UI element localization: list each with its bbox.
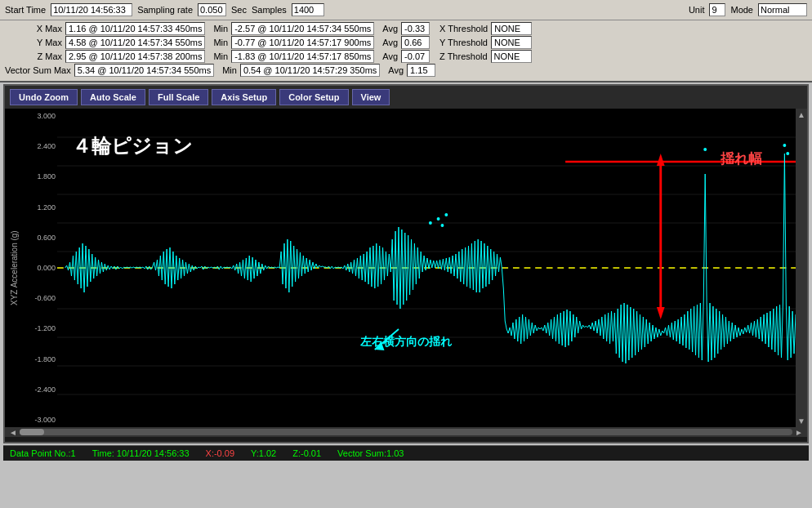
y-avg-label: Avg [382,38,398,47]
y-axis-label: XYZ Acceleration (g) [5,109,23,427]
h-scrollbar: ◄ ► [5,427,807,437]
y-max-label: Y Max [5,38,62,47]
sampling-rate-label: Sampling rate [137,5,193,15]
y-tick-10: -3.000 [23,416,57,424]
z-max-value: 2.95 @ 10/11/20 14:57:38 200ms [65,50,205,63]
unit-value[interactable] [709,3,725,16]
z-threshold-value: NONE [491,50,532,63]
z-min-label: Min [213,51,228,61]
z-avg-value: -0.07 [401,50,430,63]
z-avg-label: Avg [382,51,398,61]
full-scale-button[interactable]: Full Scale [149,89,208,105]
y-status-value: Y:1.02 [251,448,276,458]
start-time-label: Start Time [5,5,46,15]
y-tick-1: 2.400 [23,142,57,150]
x-min-value: -2.57 @ 10/11/20 14:57:34 550ms [231,22,374,35]
z-max-label: Z Max [5,51,62,61]
vs-avg-value: 1.15 [407,64,435,77]
y-tick-9: -2.400 [23,385,57,394]
v-scrollbar: ▲ ▼ [796,109,807,427]
sampling-rate-value[interactable] [198,3,226,16]
chart-inner[interactable]: 3.000 2.400 1.800 1.200 0.600 0.000 -0.6… [23,109,807,427]
scroll-left-arrow[interactable]: ◄ [7,428,20,437]
vector-sum-status: Vector Sum:1.03 [337,448,404,458]
y-avg-value: 0.66 [401,36,430,49]
z-status-value: Z:-0.01 [292,448,321,458]
y-tick-4: 0.600 [23,234,57,242]
mode-value[interactable] [758,3,807,16]
svg-point-17 [444,213,448,216]
chart-title-japanese: ４輪ピジョン [72,133,193,159]
scrollbar-thumb[interactable] [20,429,44,435]
vs-stats-row: Vector Sum Max 5.34 @ 10/11/20 14:57:34 … [5,64,807,77]
y-tick-6: -0.600 [23,294,57,302]
vs-min-label: Min [222,65,237,75]
svg-point-14 [429,221,432,225]
start-time-value[interactable] [51,3,132,16]
svg-point-18 [703,148,707,151]
svg-point-19 [783,144,786,147]
auto-scale-button[interactable]: Auto Scale [81,89,145,105]
y-tick-3: 1.200 [23,203,57,212]
y-max-value: 4.58 @ 10/11/20 14:57:34 550ms [65,36,205,49]
z-min-value: -1.83 @ 10/11/20 14:57:17 850ms [231,50,374,63]
y-min-value: -0.77 @ 10/11/20 14:57:17 900ms [231,36,374,49]
x-max-value: 1.16 @ 10/11/20 14:57:33 450ms [65,22,205,35]
y-min-label: Min [213,38,228,47]
axis-setup-button[interactable]: Axis Setup [212,89,276,105]
scrollbar-track[interactable] [20,429,792,435]
x-threshold-label: X Threshold [439,24,488,33]
data-point-label: Data Point No.:1 [10,448,76,458]
x-max-label: X Max [5,24,62,33]
time-label: Time: 10/11/20 14:56:33 [92,448,190,458]
y-stats-row: Y Max 4.58 @ 10/11/20 14:57:34 550ms Min… [5,36,807,49]
y-tick-5: 0.000 [23,264,57,272]
stats-area: X Max 1.16 @ 10/11/20 14:57:33 450ms Min… [0,20,812,82]
x-min-label: Min [213,24,228,33]
y-threshold-label: Y Threshold [439,38,488,47]
samples-label: Samples [252,5,287,15]
z-threshold-label: Z Threshold [439,51,488,61]
scroll-down-arrow[interactable]: ▼ [796,415,807,427]
vs-avg-label: Avg [388,65,404,75]
sec-label: Sec [231,5,247,15]
svg-point-20 [786,152,789,155]
top-info-bar: Start Time Sampling rate Sec Samples Uni… [0,0,812,20]
x-status-value: X:-0.09 [206,448,234,458]
undo-zoom-button[interactable]: Undo Zoom [10,89,78,105]
status-bar: Data Point No.:1 Time: 10/11/20 14:56:33… [3,445,809,461]
chart-plot: XYZ Acceleration (g) 3.000 2.400 1.800 1… [5,109,807,427]
unit-label: Unit [689,5,705,15]
vs-min-value: 0.54 @ 10/11/20 14:57:29 350ms [240,64,380,77]
x-avg-label: Avg [382,24,398,33]
svg-marker-12 [657,154,665,166]
y-tick-2: 1.800 [23,172,57,180]
y-tick-8: -1.800 [23,355,57,363]
scroll-right-arrow[interactable]: ► [792,428,805,437]
x-threshold-value: NONE [491,22,532,35]
color-setup-button[interactable]: Color Setup [279,89,348,105]
svg-marker-13 [657,307,665,319]
y-tick-0: 3.000 [23,112,57,120]
z-stats-row: Z Max 2.95 @ 10/11/20 14:57:38 200ms Min… [5,50,807,63]
scroll-up-arrow[interactable]: ▲ [796,109,807,121]
vs-max-value: 5.34 @ 10/11/20 14:57:34 550ms [74,64,214,77]
y-tick-7: -1.200 [23,324,57,332]
chart-toolbar: Undo Zoom Auto Scale Full Scale Axis Set… [5,86,807,109]
vs-max-label: Vector Sum Max [5,65,71,75]
x-stats-row: X Max 1.16 @ 10/11/20 14:57:33 450ms Min… [5,22,807,35]
samples-value[interactable] [292,3,324,16]
chart-annotation-japanese: 左右横方向の揺れ [360,335,452,350]
y-ticks: 3.000 2.400 1.800 1.200 0.600 0.000 -0.6… [23,109,57,427]
y-threshold-value: NONE [491,36,532,49]
svg-point-15 [437,217,440,221]
chart-container: Undo Zoom Auto Scale Full Scale Axis Set… [3,84,809,443]
mode-label: Mode [730,5,753,15]
view-button[interactable]: View [352,89,390,105]
x-avg-value: -0.33 [401,22,430,35]
svg-point-16 [440,224,444,227]
chart-swing-label-japanese: 揺れ幅 [721,149,762,168]
